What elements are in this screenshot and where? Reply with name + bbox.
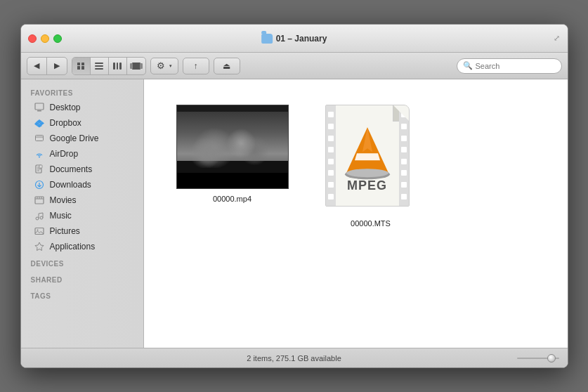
close-button[interactable] [28, 34, 37, 43]
sidebar: FAVORITES Desktop [21, 79, 144, 348]
svg-marker-29 [355, 153, 380, 160]
favorites-label: FAVORITES [21, 84, 143, 100]
folder-icon [261, 34, 273, 44]
sidebar-item-dropbox[interactable]: Dropbox [24, 115, 141, 131]
cone-svg [343, 124, 392, 180]
sidebar-item-movies[interactable]: Movies [24, 192, 141, 208]
sidebar-item-documents[interactable]: Documents [24, 162, 141, 177]
sidebar-label-desktop: Desktop [50, 103, 81, 112]
back-button[interactable]: ◀ [27, 58, 47, 74]
zoom-slider[interactable] [517, 358, 559, 359]
chevron-down-icon: ▾ [169, 63, 172, 69]
share-button[interactable]: ↑ [183, 58, 209, 74]
file-name-mp4: 00000.mp4 [213, 195, 251, 203]
file-item-mp4[interactable]: 00000.mp4 [172, 100, 293, 207]
status-info: 2 items, 275.1 GB available [247, 354, 341, 362]
mpeg-page: MPEG [325, 105, 410, 207]
desktop-icon [34, 102, 45, 113]
sidebar-item-applications[interactable]: Applications [24, 239, 141, 254]
window-title-area: 01 – January [261, 34, 327, 44]
finder-window: 01 – January ⤢ ◀ ▶ [20, 24, 568, 368]
movies-icon [34, 195, 45, 206]
documents-icon [34, 164, 45, 175]
eject-icon: ⏏ [223, 61, 230, 71]
sidebar-item-airdrop[interactable]: AirDrop [24, 146, 141, 162]
shared-label: SHARED [21, 270, 143, 287]
sidebar-label-documents: Documents [50, 164, 93, 174]
svg-point-32 [346, 169, 388, 177]
sidebar-item-downloads[interactable]: Downloads [24, 177, 141, 192]
downloads-icon [34, 179, 45, 190]
statusbar: 2 items, 275.1 GB available [21, 348, 568, 367]
svg-point-8 [39, 157, 40, 158]
file-area: 00000.mp4 [144, 79, 568, 348]
mpeg-label: MPEG [347, 178, 387, 193]
svg-rect-1 [37, 110, 41, 112]
forward-icon: ▶ [54, 61, 60, 70]
search-box[interactable]: 🔍 [457, 58, 562, 74]
sidebar-item-music[interactable]: Music [24, 208, 141, 223]
back-icon: ◀ [34, 61, 39, 70]
coverflow-view-icon [132, 63, 141, 70]
window-title: 01 – January [276, 34, 327, 44]
toolbar: ◀ ▶ [21, 53, 568, 79]
mpeg-icon: MPEG [325, 105, 417, 214]
sidebar-label-dropbox: Dropbox [50, 118, 81, 128]
svg-point-21 [36, 217, 39, 220]
sidebar-label-movies: Movies [50, 195, 77, 205]
forward-button[interactable]: ▶ [47, 58, 67, 74]
cone-wrapper [343, 124, 392, 183]
applications-icon [34, 241, 45, 252]
slider-track [517, 358, 559, 359]
file-item-mts[interactable]: MPEG 00000.MTS [321, 100, 421, 232]
minimize-button[interactable] [41, 34, 49, 43]
music-icon [34, 210, 45, 221]
sidebar-label-applications: Applications [50, 242, 96, 251]
mpeg-corner [393, 105, 409, 121]
nav-button-group: ◀ ▶ [27, 57, 67, 75]
column-view-button[interactable] [109, 58, 127, 74]
svg-rect-0 [35, 103, 44, 110]
action-button[interactable]: ⚙ ▾ [150, 58, 178, 74]
video-black-bar [177, 173, 288, 188]
sidebar-item-pictures[interactable]: Pictures [24, 223, 141, 239]
file-name-mts: 00000.MTS [351, 219, 391, 228]
list-view-icon [95, 63, 103, 70]
share-icon: ↑ [194, 61, 198, 71]
svg-point-27 [37, 230, 38, 231]
sidebar-label-googledrive: Google Drive [50, 133, 99, 143]
icon-view-icon [77, 63, 84, 70]
gear-icon: ⚙ [157, 60, 165, 71]
maximize-button[interactable] [53, 34, 62, 43]
file-grid: 00000.mp4 [158, 93, 554, 239]
search-input[interactable] [476, 62, 556, 70]
search-icon: 🔍 [463, 61, 473, 70]
film-strip-left [326, 105, 336, 206]
sidebar-label-downloads: Downloads [50, 180, 91, 190]
sidebar-item-desktop[interactable]: Desktop [24, 100, 141, 115]
pictures-icon [34, 226, 45, 237]
sidebar-label-music: Music [50, 211, 72, 221]
icon-view-button[interactable] [72, 58, 91, 74]
sidebar-label-airdrop: AirDrop [50, 149, 79, 159]
tags-label: TAGS [21, 287, 143, 303]
traffic-lights [28, 34, 62, 43]
svg-rect-6 [35, 136, 43, 141]
slider-knob[interactable] [547, 354, 556, 362]
expand-icon[interactable]: ⤢ [552, 34, 562, 44]
airdrop-icon [34, 148, 45, 159]
content-area: FAVORITES Desktop [21, 79, 568, 348]
titlebar: 01 – January ⤢ [21, 25, 568, 53]
column-view-icon [113, 63, 122, 70]
list-view-button[interactable] [91, 58, 109, 74]
devices-label: DEVICES [21, 254, 143, 270]
snow-scene [177, 112, 288, 182]
dropbox-icon [34, 117, 45, 129]
sidebar-label-pictures: Pictures [50, 226, 80, 236]
svg-line-25 [39, 213, 43, 214]
eject-button[interactable]: ⏏ [214, 58, 240, 74]
coverflow-view-button[interactable] [127, 58, 145, 74]
svg-point-22 [40, 216, 43, 219]
sidebar-item-googledrive[interactable]: Google Drive [24, 131, 141, 146]
googledrive-icon [34, 133, 45, 144]
